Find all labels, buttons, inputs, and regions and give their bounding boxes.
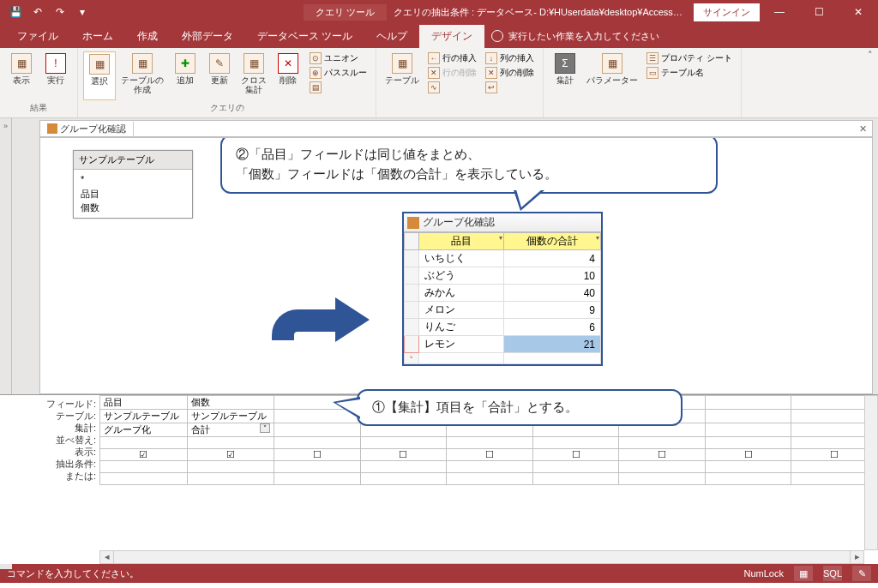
tab-externaldata[interactable]: 外部データ	[170, 25, 245, 48]
query-design-upper: » グループ化確認 ✕ サンプルテーブル * 品目 個数 ②「品目」フィールドは…	[0, 118, 878, 394]
query-design-grid: フィールド:テーブル:集計: 並べ替え:表示:抽出条件:または: 品目個数 サン…	[0, 394, 878, 564]
insert-col-button[interactable]: ↓列の挿入	[482, 51, 538, 65]
grid-row-labels: フィールド:テーブル:集計: 並べ替え:表示:抽出条件:または:	[0, 395, 99, 564]
annotation-1: ①【集計】項目を「合計」とする。	[357, 389, 683, 426]
table-names-button[interactable]: ▭テーブル名	[643, 66, 736, 80]
passthrough-button[interactable]: ⊕パススルー	[306, 66, 370, 80]
nav-toggle[interactable]: »	[0, 118, 12, 394]
show-checkbox[interactable]: ☑	[100, 449, 188, 461]
datadef-button[interactable]: ▤	[306, 81, 370, 94]
save-icon[interactable]: 💾	[7, 3, 24, 21]
group-results: 結果	[5, 100, 72, 114]
view-datasheet-icon[interactable]: ▦	[794, 566, 813, 581]
parameters-button[interactable]: ▦パラメーター	[583, 51, 641, 114]
annotation-2: ②「品目」フィールドは同じ値をまとめ、 「個数」フィールドは「個数の合計」を表示…	[220, 137, 718, 194]
show-table-button[interactable]: ▦テーブル	[382, 51, 423, 114]
dropdown-icon[interactable]: ˅	[260, 423, 270, 433]
delete-query-button[interactable]: ✕削除	[272, 51, 304, 100]
table-name: サンプルテーブル	[74, 151, 192, 170]
query-icon	[47, 123, 57, 134]
union-button[interactable]: ⊙ユニオン	[306, 51, 370, 65]
tell-me-search[interactable]: 実行したい作業を入力してください	[491, 30, 659, 43]
query-icon	[407, 217, 419, 229]
status-bar: コマンドを入力してください。 NumLock ▦ SQL ✎	[0, 564, 878, 583]
tell-me-placeholder: 実行したい作業を入力してください	[508, 30, 659, 43]
status-text: コマンドを入力してください。	[7, 567, 139, 580]
grid-columns[interactable]: 品目個数 サンプルテーブルサンプルテーブル グループ化合計˅ ☑☑☐☐☐☐☐☐☐…	[99, 395, 878, 564]
maximize-button[interactable]: ☐	[799, 0, 839, 24]
col-header[interactable]: 個数の合計▾	[504, 233, 601, 250]
undo-icon[interactable]: ↶	[29, 3, 46, 21]
property-sheet-button[interactable]: ☰プロパティ シート	[643, 51, 736, 65]
bulb-icon	[491, 30, 503, 42]
show-checkbox[interactable]: ☑	[187, 449, 274, 461]
field-item[interactable]: 個数	[81, 201, 185, 215]
delete-col-button[interactable]: ✕列の削除	[482, 66, 538, 80]
run-button[interactable]: !実行	[39, 51, 72, 100]
builder-button[interactable]: ∿	[424, 81, 480, 94]
document-tab[interactable]: グループ化確認	[40, 122, 134, 136]
tab-create[interactable]: 作成	[125, 25, 170, 48]
table-fieldlist[interactable]: サンプルテーブル * 品目 個数	[73, 150, 193, 219]
contextual-tab-label: クエリ ツール	[304, 4, 387, 21]
signin-button[interactable]: サインイン	[694, 3, 760, 21]
close-button[interactable]: ✕	[839, 0, 878, 24]
view-sql-button[interactable]: SQL	[823, 566, 842, 581]
ribbon: ▦表示 !実行 結果 ▦選択 ▦テーブルの 作成 ✚追加 ✎更新 ▦クロス 集計…	[0, 48, 878, 118]
result-title: グループ化確認	[423, 215, 495, 230]
delete-row-button[interactable]: ✕行の削除	[424, 66, 480, 80]
arrow-icon	[263, 275, 375, 352]
maketable-button[interactable]: ▦テーブルの 作成	[117, 51, 167, 100]
group-querytype: クエリの	[83, 100, 370, 114]
design-canvas[interactable]: サンプルテーブル * 品目 個数 ②「品目」フィールドは同じ値をまとめ、 「個数…	[39, 137, 873, 394]
result-datasheet: グループ化確認 品目▾ 個数の合計▾ いちじく4 ぶどう10 みかん40 メロン…	[402, 212, 603, 366]
col-header[interactable]: 品目▾	[418, 233, 504, 250]
tab-home[interactable]: ホーム	[70, 25, 125, 48]
minimize-button[interactable]: —	[760, 0, 799, 24]
tab-dbtools[interactable]: データベース ツール	[245, 25, 364, 48]
window-controls: — ☐ ✕	[760, 0, 878, 24]
field-star[interactable]: *	[81, 172, 185, 187]
view-button[interactable]: ▦表示	[5, 51, 38, 100]
ribbon-tabs: ファイル ホーム 作成 外部データ データベース ツール ヘルプ デザイン 実行…	[0, 24, 878, 48]
view-design-icon[interactable]: ✎	[852, 566, 871, 581]
horizontal-scrollbar[interactable]: ◂▸	[99, 550, 864, 564]
title-bar: 💾 ↶ ↷ ▾ クエリ ツール クエリの抽出条件 : データベース- D:¥HU…	[0, 0, 878, 24]
document-tabs: グループ化確認 ✕	[39, 120, 873, 137]
return-button[interactable]: ↩	[482, 81, 538, 94]
numlock-indicator: NumLock	[744, 568, 784, 579]
ribbon-collapse-icon[interactable]: ˄	[868, 50, 873, 61]
update-button[interactable]: ✎更新	[203, 51, 236, 100]
field-item[interactable]: 品目	[81, 187, 185, 201]
qat-dropdown-icon[interactable]: ▾	[74, 3, 91, 21]
redo-icon[interactable]: ↷	[51, 3, 69, 21]
tab-help[interactable]: ヘルプ	[364, 25, 419, 48]
tab-design[interactable]: デザイン	[419, 25, 484, 48]
append-button[interactable]: ✚追加	[169, 51, 201, 100]
document-tab-label: グループ化確認	[60, 123, 126, 135]
insert-row-button[interactable]: ←行の挿入	[424, 51, 480, 65]
quick-access-toolbar: 💾 ↶ ↷ ▾	[0, 3, 98, 21]
window-title: クエリの抽出条件 : データベース- D:¥HUserdata¥desktop¥…	[394, 6, 685, 19]
select-query-button[interactable]: ▦選択	[83, 51, 116, 100]
vertical-scrollbar[interactable]	[864, 395, 878, 550]
tab-close-icon[interactable]: ✕	[854, 123, 872, 135]
tab-file[interactable]: ファイル	[5, 25, 70, 48]
totals-button[interactable]: Σ集計	[549, 51, 581, 114]
crosstab-button[interactable]: ▦クロス 集計	[238, 51, 270, 100]
